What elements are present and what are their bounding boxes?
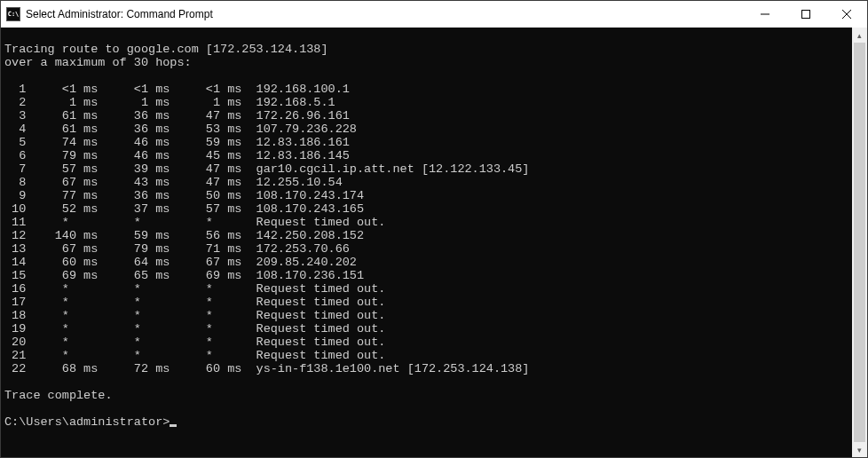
terminal-output[interactable]: Tracing route to google.com [172.253.124… <box>1 28 852 457</box>
window-title: Select Administrator: Command Prompt <box>26 8 745 20</box>
command-prompt-window: C:\ Select Administrator: Command Prompt… <box>0 0 868 458</box>
maximize-button[interactable] <box>785 1 826 28</box>
maximize-icon <box>801 10 810 19</box>
client-area: Tracing route to google.com [172.253.124… <box>1 28 867 457</box>
scroll-up-arrow[interactable]: ▴ <box>852 28 867 43</box>
minimize-button[interactable] <box>745 1 785 28</box>
scroll-track[interactable] <box>852 43 867 442</box>
svg-rect-1 <box>802 11 810 19</box>
prompt: C:\Users\administrator> <box>4 415 170 429</box>
app-icon: C:\ <box>6 7 20 21</box>
window-controls <box>745 1 867 28</box>
vertical-scrollbar[interactable]: ▴ ▾ <box>852 28 867 457</box>
cursor <box>170 424 177 427</box>
scroll-thumb[interactable] <box>854 43 865 442</box>
close-button[interactable] <box>826 1 867 28</box>
minimize-icon <box>761 10 769 19</box>
close-icon <box>842 10 851 19</box>
titlebar[interactable]: C:\ Select Administrator: Command Prompt <box>1 1 867 28</box>
scroll-down-arrow[interactable]: ▾ <box>852 442 867 457</box>
